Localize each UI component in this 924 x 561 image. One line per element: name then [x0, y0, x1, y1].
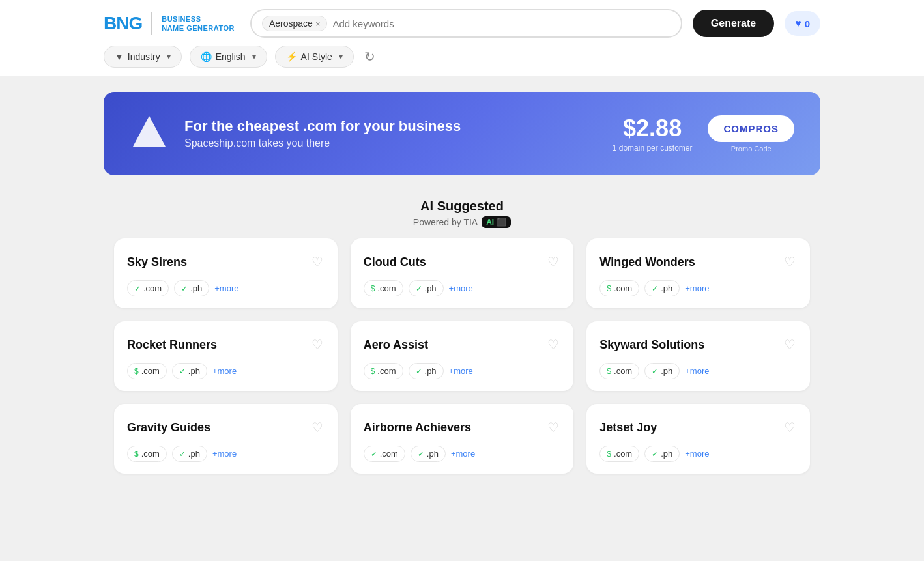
- banner-text: For the cheapest .com for your business …: [184, 118, 597, 149]
- name-card-header: Gravity Guides♡: [127, 418, 325, 437]
- favorite-heart-button[interactable]: ♡: [310, 336, 325, 354]
- name-card-header: Rocket Runners♡: [127, 336, 325, 354]
- domain-tag[interactable]: $.com: [364, 363, 403, 379]
- check-icon: ✓: [652, 367, 658, 376]
- search-tag-close[interactable]: ×: [315, 19, 321, 29]
- ai-style-chevron-icon: ▾: [339, 52, 343, 61]
- favorite-heart-button[interactable]: ♡: [310, 418, 325, 437]
- domain-extension: .com: [143, 283, 162, 293]
- domain-tag[interactable]: $.com: [364, 280, 403, 296]
- generate-button[interactable]: Generate: [693, 10, 774, 37]
- banner-cta-button[interactable]: COMPROS: [708, 115, 794, 142]
- more-domains-link[interactable]: +more: [449, 366, 473, 376]
- favorite-heart-button[interactable]: ♡: [783, 336, 797, 354]
- domain-tag[interactable]: $.com: [599, 446, 639, 462]
- favorite-heart-button[interactable]: ♡: [310, 253, 325, 271]
- domain-tag[interactable]: ✓.com: [364, 446, 405, 462]
- ai-label: AI: [486, 218, 494, 227]
- domain-extension: .ph: [190, 283, 202, 293]
- favorite-heart-button[interactable]: ♡: [546, 418, 560, 437]
- check-icon: ✓: [416, 284, 422, 293]
- check-icon: ✓: [179, 450, 186, 459]
- banner-price: $2.88: [613, 115, 693, 142]
- dollar-icon: $: [607, 367, 611, 376]
- domain-tags: $.com✓.ph+more: [127, 363, 325, 379]
- domain-tag[interactable]: ✓.ph: [174, 280, 209, 296]
- promo-banner: For the cheapest .com for your business …: [104, 92, 820, 175]
- filter-icon: ▼: [115, 51, 124, 62]
- more-domains-link[interactable]: +more: [212, 449, 237, 459]
- language-chevron-icon: ▾: [252, 52, 256, 61]
- check-icon: ✓: [371, 450, 377, 459]
- check-icon: ✓: [652, 450, 658, 459]
- language-filter[interactable]: 🌐 English ▾: [190, 46, 267, 68]
- favorites-button[interactable]: ♥ 0: [785, 11, 820, 36]
- favorite-heart-button[interactable]: ♡: [783, 418, 797, 437]
- favorite-heart-button[interactable]: ♡: [546, 336, 560, 354]
- domain-tag[interactable]: ✓.ph: [644, 280, 680, 296]
- domain-tags: $.com✓.ph+more: [127, 446, 325, 462]
- check-icon: ✓: [181, 284, 188, 293]
- filters-row: ▼ Industry ▾ 🌐 English ▾ ⚡ AI Style ▾ ↻: [104, 46, 820, 68]
- globe-icon: 🌐: [201, 51, 212, 62]
- domain-extension: .com: [380, 449, 398, 459]
- name-card-title: Skyward Solutions: [599, 338, 704, 352]
- more-domains-link[interactable]: +more: [214, 283, 238, 293]
- domain-tag[interactable]: $.com: [599, 363, 639, 379]
- dollar-icon: $: [371, 284, 375, 293]
- name-card-title: Cloud Cuts: [364, 255, 426, 269]
- domain-tags: $.com✓.ph+more: [364, 280, 561, 296]
- domain-tag[interactable]: ✓.ph: [172, 363, 207, 379]
- banner-cta-note: Promo Code: [708, 145, 794, 152]
- banner-cta-area: COMPROS Promo Code: [708, 115, 794, 152]
- domain-tag[interactable]: $.com: [599, 280, 639, 296]
- ai-style-filter[interactable]: ⚡ AI Style ▾: [275, 46, 354, 68]
- check-icon: ✓: [416, 367, 422, 376]
- search-tag[interactable]: Aerospace ×: [262, 16, 328, 31]
- favorite-heart-button[interactable]: ♡: [783, 253, 797, 271]
- ai-suggested-subtitle: Powered by TIA AI ⬛: [104, 216, 820, 228]
- dollar-icon: $: [607, 450, 611, 459]
- name-card-title: Aero Assist: [364, 338, 428, 352]
- domain-tag[interactable]: $.com: [127, 446, 167, 462]
- domain-tag[interactable]: ✓.ph: [644, 446, 680, 462]
- domain-extension: .ph: [188, 449, 200, 459]
- check-icon: ✓: [134, 284, 141, 293]
- name-card-title: Winged Wonders: [599, 255, 695, 269]
- more-domains-link[interactable]: +more: [685, 283, 709, 293]
- domain-tag[interactable]: ✓.ph: [172, 446, 207, 462]
- domain-tag[interactable]: ✓.ph: [409, 280, 444, 296]
- industry-filter[interactable]: ▼ Industry ▾: [104, 46, 182, 68]
- domain-extension: .ph: [425, 283, 437, 293]
- name-card-header: Jetset Joy♡: [599, 418, 797, 437]
- domain-tag[interactable]: ✓.ph: [411, 446, 446, 462]
- logo-bng: BNG: [104, 13, 142, 34]
- domain-extension: .com: [377, 366, 396, 376]
- banner-icon: [130, 113, 169, 154]
- search-input[interactable]: [332, 18, 670, 29]
- dollar-icon: $: [134, 450, 139, 459]
- domain-tag[interactable]: ✓.ph: [409, 363, 444, 379]
- domain-tags: $.com✓.ph+more: [599, 446, 797, 462]
- name-card-title: Airborne Achievers: [364, 421, 471, 435]
- domain-tag[interactable]: ✓.com: [127, 280, 169, 296]
- dollar-icon: $: [607, 284, 611, 293]
- dollar-icon: $: [134, 367, 139, 376]
- favorites-count: 0: [805, 18, 810, 29]
- name-card-header: Winged Wonders♡: [599, 253, 797, 271]
- name-card-header: Aero Assist♡: [364, 336, 561, 354]
- domain-extension: .com: [614, 283, 632, 293]
- heart-icon: ♥: [795, 18, 801, 29]
- more-domains-link[interactable]: +more: [685, 449, 709, 459]
- more-domains-link[interactable]: +more: [685, 366, 709, 376]
- more-domains-link[interactable]: +more: [449, 283, 473, 293]
- name-card: Rocket Runners♡$.com✓.ph+more: [114, 321, 338, 391]
- name-card: Cloud Cuts♡$.com✓.ph+more: [351, 238, 574, 308]
- domain-tag[interactable]: ✓.ph: [644, 363, 680, 379]
- more-domains-link[interactable]: +more: [451, 449, 475, 459]
- refresh-button[interactable]: ↻: [362, 46, 378, 67]
- more-domains-link[interactable]: +more: [212, 366, 237, 376]
- svg-marker-0: [133, 116, 166, 147]
- domain-tag[interactable]: $.com: [127, 363, 167, 379]
- favorite-heart-button[interactable]: ♡: [546, 253, 560, 271]
